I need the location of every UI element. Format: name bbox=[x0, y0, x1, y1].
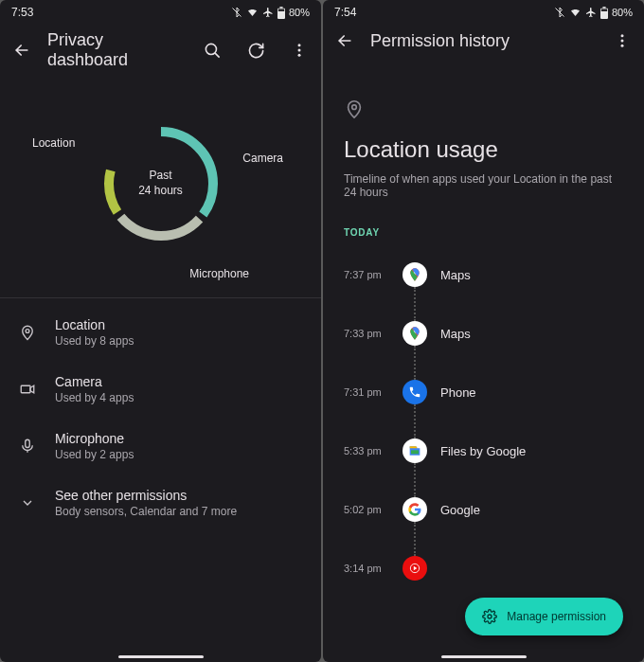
chevron-down-icon bbox=[17, 495, 38, 510]
nav-pill[interactable] bbox=[441, 655, 527, 658]
svg-rect-14 bbox=[26, 439, 30, 447]
back-button[interactable] bbox=[334, 30, 355, 51]
usage-donut-chart: Past 24 hours Location Camera Microphone bbox=[0, 89, 321, 278]
svg-point-20 bbox=[621, 40, 624, 43]
svg-point-6 bbox=[298, 44, 301, 46]
perm-row-location[interactable]: Location Used by 8 apps bbox=[0, 304, 321, 361]
svg-point-12 bbox=[26, 330, 29, 333]
refresh-button[interactable] bbox=[245, 40, 266, 61]
location-pin-icon bbox=[344, 98, 623, 123]
airplane-icon bbox=[262, 7, 274, 18]
svg-rect-18 bbox=[601, 9, 607, 10]
status-bar: 7:54 80% bbox=[323, 0, 644, 21]
timeline-time: 7:37 pm bbox=[344, 269, 389, 280]
timeline-row[interactable]: 7:37 pm Maps bbox=[344, 245, 623, 304]
location-usage-subtitle: Timeline of when apps used your Location… bbox=[344, 172, 623, 199]
permission-history-screen: 7:54 80% Permission history Location usa… bbox=[323, 0, 644, 662]
wifi-icon bbox=[569, 7, 581, 18]
svg-line-5 bbox=[214, 52, 219, 57]
timeline-app: Google bbox=[440, 503, 480, 517]
status-icons: 80% bbox=[554, 7, 633, 19]
svg-rect-17 bbox=[602, 7, 605, 9]
svg-point-19 bbox=[621, 34, 624, 37]
divider bbox=[0, 297, 321, 298]
fab-label: Manage permission bbox=[507, 610, 606, 623]
maps-app-icon bbox=[402, 321, 427, 346]
refresh-icon bbox=[247, 42, 265, 60]
perm-title: See other permissions bbox=[55, 488, 237, 503]
status-time: 7:53 bbox=[11, 6, 33, 19]
timeline-connector bbox=[414, 463, 416, 497]
timeline-connector bbox=[414, 287, 416, 321]
svg-point-21 bbox=[621, 45, 624, 47]
timeline-row[interactable]: 3:14 pm bbox=[344, 539, 623, 598]
page-title: Permission history bbox=[370, 31, 597, 51]
timeline: 7:37 pm Maps 7:33 pm Maps 7:31 pm Phone … bbox=[323, 245, 644, 598]
wifi-icon bbox=[246, 7, 259, 18]
perm-subtitle: Used by 8 apps bbox=[55, 334, 134, 348]
location-pin-icon bbox=[17, 324, 38, 341]
privacy-dashboard-screen: 7:53 80% Privacy dashboard bbox=[0, 0, 321, 662]
overflow-button[interactable] bbox=[289, 40, 310, 61]
donut-label-camera: Camera bbox=[242, 152, 283, 165]
timeline-row[interactable]: 5:02 pm Google bbox=[344, 480, 623, 539]
timeline-row[interactable]: 7:31 pm Phone bbox=[344, 363, 623, 421]
bluetooth-off-icon bbox=[231, 7, 242, 18]
maps-app-icon bbox=[402, 262, 427, 287]
overflow-button[interactable] bbox=[612, 30, 633, 51]
svg-rect-25 bbox=[411, 450, 419, 454]
perm-title: Camera bbox=[55, 374, 134, 389]
svg-rect-2 bbox=[279, 7, 282, 9]
airplane-icon bbox=[585, 7, 597, 18]
svg-point-8 bbox=[298, 54, 301, 57]
perm-title: Location bbox=[55, 317, 134, 332]
more-vert-icon bbox=[291, 42, 308, 59]
perm-title: Microphone bbox=[55, 431, 134, 446]
more-vert-icon bbox=[614, 32, 631, 49]
timeline-time: 5:02 pm bbox=[344, 504, 389, 515]
timeline-connector bbox=[414, 404, 416, 438]
timeline-time: 3:14 pm bbox=[344, 563, 389, 574]
timeline-time: 7:31 pm bbox=[344, 386, 389, 398]
timeline-time: 5:33 pm bbox=[344, 445, 389, 456]
timeline-row[interactable]: 7:33 pm Maps bbox=[344, 304, 623, 363]
search-button[interactable] bbox=[202, 40, 223, 61]
bluetooth-off-icon bbox=[554, 7, 565, 18]
donut-center-line2: 24 hours bbox=[138, 184, 183, 199]
perm-row-see-other[interactable]: See other permissions Body sensors, Cale… bbox=[0, 474, 321, 531]
gear-icon bbox=[482, 609, 497, 624]
camera-icon bbox=[17, 381, 38, 398]
files-app-icon bbox=[402, 438, 427, 463]
nav-pill[interactable] bbox=[118, 655, 204, 658]
svg-point-7 bbox=[298, 49, 301, 52]
timeline-app: Maps bbox=[440, 268, 471, 282]
search-icon bbox=[204, 42, 222, 60]
perm-row-camera[interactable]: Camera Used by 4 apps bbox=[0, 361, 321, 418]
app-bar: Privacy dashboard bbox=[0, 21, 321, 80]
battery-percent: 80% bbox=[612, 7, 633, 18]
svg-point-22 bbox=[352, 105, 357, 110]
perm-subtitle: Used by 2 apps bbox=[55, 448, 134, 461]
status-time: 7:54 bbox=[334, 6, 356, 19]
timeline-row[interactable]: 5:33 pm Files by Google bbox=[344, 421, 623, 480]
page-title: Privacy dashboard bbox=[47, 30, 187, 70]
timeline-time: 7:33 pm bbox=[344, 328, 389, 339]
microphone-icon bbox=[17, 438, 38, 455]
battery-percent: 80% bbox=[289, 7, 310, 18]
svg-point-4 bbox=[206, 44, 216, 54]
timeline-app: Files by Google bbox=[440, 444, 526, 458]
ytmusic-app-icon bbox=[402, 556, 427, 581]
perm-subtitle: Used by 4 apps bbox=[55, 391, 134, 404]
status-bar: 7:53 80% bbox=[0, 0, 321, 21]
manage-permission-fab[interactable]: Manage permission bbox=[465, 598, 623, 635]
donut-label-microphone: Microphone bbox=[189, 267, 249, 280]
donut-center-line1: Past bbox=[149, 169, 171, 184]
google-app-icon bbox=[402, 497, 427, 522]
timeline-app: Maps bbox=[440, 327, 471, 341]
svg-rect-3 bbox=[278, 9, 284, 10]
back-button[interactable] bbox=[11, 40, 32, 61]
perm-subtitle: Body sensors, Calendar and 7 more bbox=[55, 505, 237, 518]
donut-center-label: Past 24 hours bbox=[0, 89, 321, 278]
svg-rect-13 bbox=[21, 385, 30, 393]
perm-row-microphone[interactable]: Microphone Used by 2 apps bbox=[0, 418, 321, 474]
